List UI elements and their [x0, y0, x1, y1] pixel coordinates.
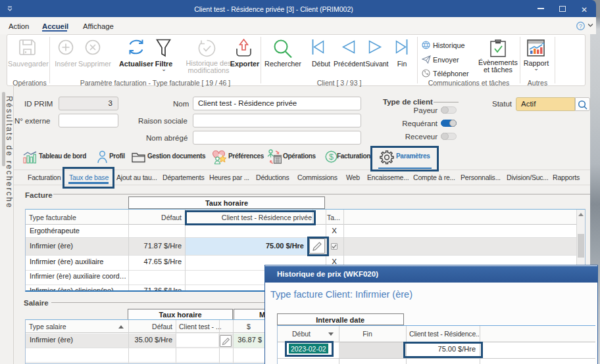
- svg-text:$: $: [329, 152, 334, 162]
- svg-text:?: ?: [579, 23, 582, 30]
